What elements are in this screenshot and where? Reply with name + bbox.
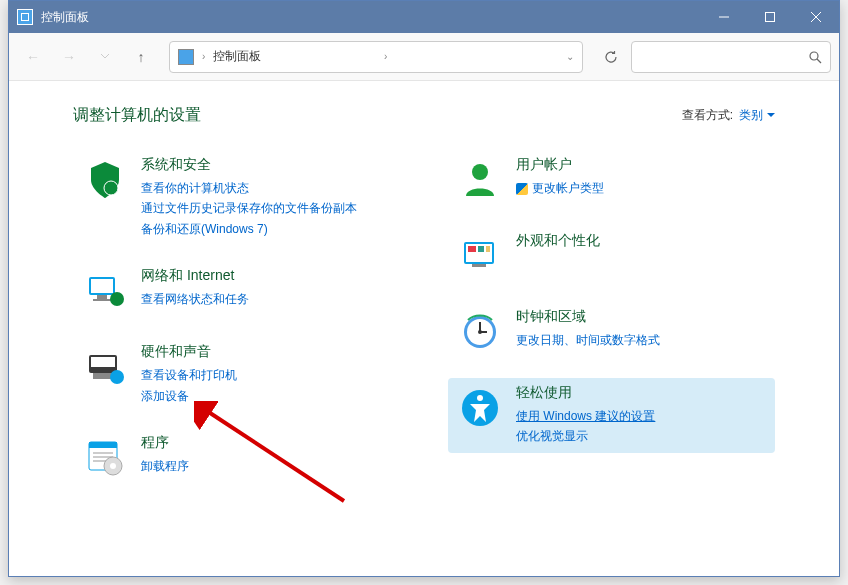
category-hardware: 硬件和声音查看设备和打印机添加设备 bbox=[73, 337, 400, 412]
svg-line-8 bbox=[817, 59, 821, 63]
category-link[interactable]: 备份和还原(Windows 7) bbox=[141, 219, 392, 239]
app-icon bbox=[17, 9, 33, 25]
svg-point-26 bbox=[472, 164, 488, 180]
search-input[interactable] bbox=[640, 50, 808, 64]
address-path: 控制面板 bbox=[213, 48, 376, 65]
search-icon[interactable] bbox=[808, 50, 822, 64]
category-link[interactable]: 更改帐户类型 bbox=[516, 178, 767, 198]
search-bar[interactable] bbox=[631, 41, 831, 73]
category-link[interactable]: 优化视觉显示 bbox=[516, 426, 767, 446]
category-title-ease[interactable]: 轻松使用 bbox=[516, 384, 767, 402]
window-controls bbox=[701, 1, 839, 33]
left-column: 系统和安全查看你的计算机状态通过文件历史记录保存你的文件备份副本备份和还原(Wi… bbox=[73, 150, 400, 488]
category-link[interactable]: 查看网络状态和任务 bbox=[141, 289, 392, 309]
svg-rect-13 bbox=[93, 299, 111, 301]
clock-icon bbox=[456, 308, 504, 356]
category-link[interactable]: 使用 Windows 建议的设置 bbox=[516, 406, 767, 426]
users-icon bbox=[456, 156, 504, 204]
page-title: 调整计算机的设置 bbox=[73, 105, 201, 126]
close-button[interactable] bbox=[793, 1, 839, 33]
chevron-icon: › bbox=[202, 51, 205, 62]
category-title-hardware[interactable]: 硬件和声音 bbox=[141, 343, 392, 361]
svg-rect-2 bbox=[22, 14, 28, 20]
category-title-network[interactable]: 网络和 Internet bbox=[141, 267, 392, 285]
appearance-icon bbox=[456, 232, 504, 280]
category-title-system[interactable]: 系统和安全 bbox=[141, 156, 392, 174]
category-link[interactable]: 查看设备和打印机 bbox=[141, 365, 392, 385]
category-body: 系统和安全查看你的计算机状态通过文件历史记录保存你的文件备份副本备份和还原(Wi… bbox=[141, 156, 392, 239]
svg-rect-20 bbox=[89, 442, 117, 448]
categories-grid: 系统和安全查看你的计算机状态通过文件历史记录保存你的文件备份副本备份和还原(Wi… bbox=[73, 150, 775, 488]
category-title-clock[interactable]: 时钟和区域 bbox=[516, 308, 767, 326]
refresh-button[interactable] bbox=[595, 41, 627, 73]
svg-point-25 bbox=[110, 463, 116, 469]
network-icon bbox=[81, 267, 129, 315]
category-ease: 轻松使用使用 Windows 建议的设置优化视觉显示 bbox=[448, 378, 775, 453]
address-bar[interactable]: › 控制面板 › ⌄ bbox=[169, 41, 583, 73]
system-icon bbox=[81, 156, 129, 204]
svg-rect-31 bbox=[486, 246, 490, 252]
nav-back-button[interactable]: ← bbox=[17, 41, 49, 73]
view-by: 查看方式: 类别 bbox=[682, 107, 775, 124]
category-link[interactable]: 卸载程序 bbox=[141, 456, 392, 476]
svg-point-18 bbox=[110, 370, 124, 384]
right-column: 用户帐户更改帐户类型外观和个性化时钟和区域更改日期、时间或数字格式轻松使用使用 … bbox=[448, 150, 775, 488]
view-by-dropdown[interactable]: 类别 bbox=[739, 107, 775, 124]
address-dropdown-icon[interactable]: ⌄ bbox=[566, 51, 574, 62]
svg-rect-12 bbox=[97, 295, 107, 299]
category-link[interactable]: 查看你的计算机状态 bbox=[141, 178, 392, 198]
address-icon bbox=[178, 49, 194, 65]
hardware-icon bbox=[81, 343, 129, 391]
svg-point-39 bbox=[477, 395, 483, 401]
nav-up-button[interactable]: ↑ bbox=[125, 41, 157, 73]
category-link[interactable]: 通过文件历史记录保存你的文件备份副本 bbox=[141, 198, 392, 218]
category-link[interactable]: 添加设备 bbox=[141, 386, 392, 406]
ease-icon bbox=[456, 384, 504, 432]
svg-rect-4 bbox=[766, 13, 775, 22]
window-title: 控制面板 bbox=[41, 9, 701, 26]
category-body: 硬件和声音查看设备和打印机添加设备 bbox=[141, 343, 392, 406]
svg-rect-32 bbox=[472, 264, 486, 267]
svg-rect-30 bbox=[478, 246, 484, 252]
content-header: 调整计算机的设置 查看方式: 类别 bbox=[73, 105, 775, 126]
svg-point-14 bbox=[110, 292, 124, 306]
category-title-users[interactable]: 用户帐户 bbox=[516, 156, 767, 174]
svg-rect-29 bbox=[468, 246, 476, 252]
nav-dropdown-button[interactable] bbox=[89, 41, 121, 73]
category-body: 外观和个性化 bbox=[516, 232, 767, 280]
titlebar: 控制面板 bbox=[9, 1, 839, 33]
category-body: 用户帐户更改帐户类型 bbox=[516, 156, 767, 204]
category-title-appearance[interactable]: 外观和个性化 bbox=[516, 232, 767, 250]
minimize-button[interactable] bbox=[701, 1, 747, 33]
programs-icon bbox=[81, 434, 129, 482]
navbar: ← → ↑ › 控制面板 › ⌄ bbox=[9, 33, 839, 81]
category-system: 系统和安全查看你的计算机状态通过文件历史记录保存你的文件备份副本备份和还原(Wi… bbox=[73, 150, 400, 245]
chevron-icon: › bbox=[384, 51, 387, 62]
svg-rect-17 bbox=[93, 373, 113, 379]
svg-rect-11 bbox=[91, 279, 113, 293]
category-title-programs[interactable]: 程序 bbox=[141, 434, 392, 452]
category-network: 网络和 Internet查看网络状态和任务 bbox=[73, 261, 400, 321]
view-by-label: 查看方式: bbox=[682, 107, 733, 124]
content-area: 调整计算机的设置 查看方式: 类别 系统和安全查看你的计算机状态通过文件历史记录… bbox=[9, 81, 839, 576]
category-clock: 时钟和区域更改日期、时间或数字格式 bbox=[448, 302, 775, 362]
category-body: 时钟和区域更改日期、时间或数字格式 bbox=[516, 308, 767, 356]
maximize-button[interactable] bbox=[747, 1, 793, 33]
category-body: 轻松使用使用 Windows 建议的设置优化视觉显示 bbox=[516, 384, 767, 447]
control-panel-window: 控制面板 ← → ↑ › 控制面板 › ⌄ bbox=[8, 0, 840, 577]
svg-point-9 bbox=[104, 181, 118, 195]
category-body: 程序卸载程序 bbox=[141, 434, 392, 482]
svg-rect-16 bbox=[91, 357, 115, 367]
category-link[interactable]: 更改日期、时间或数字格式 bbox=[516, 330, 767, 350]
svg-point-37 bbox=[478, 330, 482, 334]
category-users: 用户帐户更改帐户类型 bbox=[448, 150, 775, 210]
nav-forward-button[interactable]: → bbox=[53, 41, 85, 73]
category-programs: 程序卸载程序 bbox=[73, 428, 400, 488]
category-body: 网络和 Internet查看网络状态和任务 bbox=[141, 267, 392, 315]
svg-rect-21 bbox=[93, 452, 113, 454]
svg-point-7 bbox=[810, 52, 818, 60]
category-appearance: 外观和个性化 bbox=[448, 226, 775, 286]
